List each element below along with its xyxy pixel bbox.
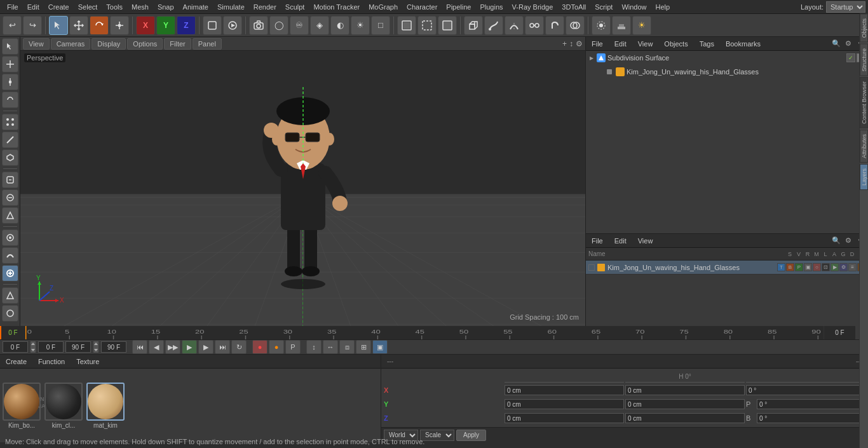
vp-tab-cameras[interactable]: Cameras <box>51 38 91 50</box>
menu-file[interactable]: File <box>3 2 23 12</box>
spline-draw-button[interactable] <box>484 16 503 35</box>
mat-item-1[interactable]: Kim_bo... <box>3 383 41 429</box>
bend-button[interactable] <box>545 16 564 35</box>
frame-ruler[interactable]: 0 5 10 15 20 25 30 35 40 <box>25 326 824 339</box>
vp-tab-options[interactable]: Options <box>127 38 163 50</box>
frame-start-arrows[interactable] <box>31 341 36 353</box>
object-mode-button[interactable] <box>203 16 222 35</box>
vp-tab-display[interactable]: Display <box>92 38 126 50</box>
lamp-button[interactable]: ☀ <box>632 16 651 35</box>
vp-tab-filter[interactable]: Filter <box>164 38 191 50</box>
coord-z-rot-input[interactable] <box>757 413 865 423</box>
menu-vray[interactable]: V-Ray Bridge <box>508 2 558 12</box>
play-btn[interactable]: ▶ <box>182 340 197 354</box>
nurbs-button[interactable]: ◈ <box>310 16 329 35</box>
coord-y-pos-input[interactable] <box>505 399 624 409</box>
attr-icon-9[interactable]: ≡ <box>848 263 857 271</box>
menu-motion-tracker[interactable]: Motion Tracker <box>309 2 364 12</box>
lt-rotate[interactable] <box>2 92 18 108</box>
menu-help[interactable]: Help <box>651 2 675 12</box>
move-timeline-btn[interactable]: ↕ <box>306 340 322 354</box>
menu-snap[interactable]: Snap <box>153 2 179 12</box>
coord-x-size-input[interactable] <box>625 385 745 395</box>
loop-btn[interactable]: ↻ <box>231 340 247 354</box>
menu-edit[interactable]: Edit <box>23 2 44 12</box>
auto-key-btn[interactable]: ● <box>269 340 284 354</box>
render-active-button[interactable] <box>223 16 242 35</box>
lt-tool2[interactable] <box>2 189 18 206</box>
attr-icon-2[interactable]: B <box>786 263 794 271</box>
attr-menu-edit[interactable]: Edit <box>611 236 630 246</box>
spline-button[interactable]: ♾ <box>290 16 309 35</box>
tab-attributes[interactable]: Attributes <box>860 130 868 163</box>
menu-sculpt[interactable]: Sculpt <box>281 2 309 12</box>
mat-menu-create[interactable]: Create <box>3 356 30 367</box>
attr-icon-5[interactable]: ○ <box>813 263 821 271</box>
light-button[interactable]: ◯ <box>269 16 288 35</box>
obj-menu-file[interactable]: File <box>588 39 606 49</box>
step-forward-btn[interactable]: ▶ <box>198 340 214 354</box>
obj-settings-icon[interactable]: ⚙ <box>843 39 853 49</box>
deformer-button[interactable]: ◐ <box>330 16 349 35</box>
lt-move[interactable] <box>2 56 18 72</box>
scale-timeline-btn[interactable]: ↔ <box>323 340 338 354</box>
obj-search-icon[interactable]: 🔍 <box>831 39 841 49</box>
menu-animate[interactable]: Animate <box>179 2 213 12</box>
key-btn[interactable]: P <box>285 340 301 354</box>
menu-pipeline[interactable]: Pipeline <box>442 2 475 12</box>
obj-menu-objects[interactable]: Objects <box>661 39 691 49</box>
viewport-canvas[interactable]: Perspective <box>20 51 585 326</box>
coord-z-pos-input[interactable] <box>505 413 624 423</box>
tab-content-browser[interactable]: Content Browser <box>860 77 868 128</box>
obj-check-visible[interactable]: ✓ <box>846 53 855 62</box>
menu-simulate[interactable]: Simulate <box>213 2 249 12</box>
coord-y-rot-input[interactable] <box>757 399 865 409</box>
frame-preview-start-input[interactable] <box>38 341 64 353</box>
attr-icon-6[interactable]: ⊡ <box>822 263 830 271</box>
floor-button[interactable] <box>612 16 631 35</box>
attr-icon-1[interactable]: T <box>777 263 785 271</box>
vp-icon-plus[interactable]: + <box>562 39 567 48</box>
mat-menu-texture[interactable]: Texture <box>73 356 102 367</box>
tab-structure[interactable]: Structure <box>860 44 868 76</box>
render-full-button[interactable] <box>438 16 457 35</box>
scene-button[interactable]: ☀ <box>351 16 370 35</box>
attr-icon-4[interactable]: ▣ <box>804 263 812 271</box>
sketch-button[interactable] <box>592 16 611 35</box>
coord-x-rot-input[interactable] <box>746 385 865 395</box>
lt-edges[interactable] <box>2 132 18 148</box>
lt-sculpt2[interactable] <box>2 247 18 264</box>
menu-select[interactable]: Select <box>74 2 102 12</box>
coord-apply-button[interactable]: Apply <box>456 430 486 441</box>
attr-search-icon[interactable]: 🔍 <box>831 236 841 246</box>
array-button[interactable] <box>525 16 544 35</box>
frame-end-arrows[interactable] <box>93 341 98 353</box>
lt-select[interactable] <box>2 38 18 55</box>
tab-layers[interactable]: Layers <box>860 164 868 190</box>
coord-z-size-input[interactable] <box>625 413 745 423</box>
environment-button[interactable]: □ <box>371 16 390 35</box>
select-tool-button[interactable] <box>49 16 68 35</box>
lt-tool4[interactable] <box>2 287 18 304</box>
camera-button[interactable] <box>249 16 268 35</box>
timeline-settings-btn[interactable]: ⊞ <box>356 340 371 354</box>
cube-button[interactable] <box>464 16 483 35</box>
key-type-btn[interactable]: ⧈ <box>339 340 355 354</box>
lt-tool1[interactable] <box>2 172 18 188</box>
obj-menu-bookmarks[interactable]: Bookmarks <box>722 39 764 49</box>
x-axis-button[interactable]: X <box>136 16 155 35</box>
render-view-button[interactable] <box>397 16 416 35</box>
record-btn[interactable]: ● <box>252 340 268 354</box>
menu-script[interactable]: Script <box>590 2 617 12</box>
frame-preview-end-input[interactable] <box>101 341 126 353</box>
lt-scale[interactable] <box>2 74 18 90</box>
lt-points[interactable] <box>2 114 18 130</box>
attr-icon-8[interactable]: ⚙ <box>839 263 848 271</box>
step-forward-small-btn[interactable]: ▶▶ <box>165 340 180 354</box>
attr-menu-file[interactable]: File <box>588 236 606 246</box>
timeline-render-btn[interactable]: ▣ <box>372 340 388 354</box>
lt-sculpt1[interactable] <box>2 229 18 246</box>
goto-start-btn[interactable]: ⏮ <box>132 340 147 354</box>
menu-create[interactable]: Create <box>44 2 74 12</box>
frame-end-input[interactable] <box>65 341 91 353</box>
